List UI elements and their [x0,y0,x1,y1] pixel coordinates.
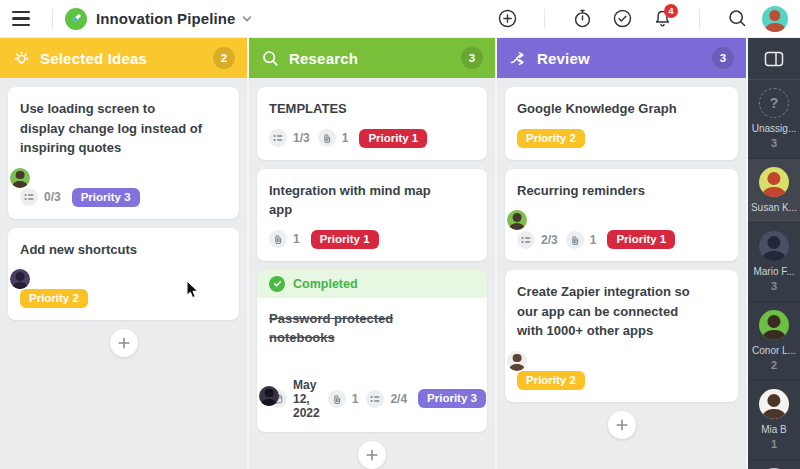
add-icon[interactable] [492,4,522,34]
topbar-divider [544,9,545,29]
checklist-icon [366,390,384,408]
card-meta: Priority 2 [517,371,726,390]
card-title: Add new shortcuts [20,240,227,260]
add-card-button[interactable] [608,411,636,439]
search-icon [261,49,280,68]
add-card-button[interactable] [358,441,386,469]
chevron-down-icon [242,14,252,24]
menu-icon[interactable] [12,5,40,33]
attachment-count: 1 [293,232,300,246]
check-circle-icon [269,276,285,292]
user-avatar[interactable] [762,6,788,32]
member-raphael[interactable]: Raphael... [748,460,800,469]
card[interactable]: Integration with mind map app 1 Priority… [257,169,487,261]
member-name: Mia B [750,424,798,435]
card-completed[interactable]: Completed Password protected notebooks M… [257,270,487,432]
completed-banner: Completed [257,270,487,298]
notifications-bell-icon[interactable]: 4 [647,4,677,34]
panel-toggle-icon[interactable] [748,38,800,80]
attachment-icon [328,390,346,408]
column-count-badge: 3 [712,47,734,69]
member-mia[interactable]: Mia B 1 [748,381,800,460]
topbar: Innovation Pipeline 4 [0,0,800,38]
kanban-board: Selected Ideas 2 Use loading screen to d… [0,38,800,469]
unassigned-avatar-icon: ? [759,88,789,118]
column-body: TEMPLATES 1/3 1 Priority 1 Inte [249,78,495,469]
member-name: Mario F... [750,266,798,277]
member-name: Susan K... [750,202,798,213]
card[interactable]: Recurring reminders 2/3 1 Priority 1 [505,169,738,262]
column-body: Google Knowledge Graph Priority 2 Recurr… [497,78,746,469]
column-header-review[interactable]: Review 3 [497,38,746,78]
assignee-avatar[interactable] [507,351,527,371]
member-mario[interactable]: Mario F... 3 [748,223,800,302]
priority-badge: Priority 1 [607,230,675,249]
board-title: Innovation Pipeline [96,10,235,27]
member-card-count: 3 [750,137,798,149]
assignee-avatar[interactable] [10,168,30,188]
card[interactable]: Create Zapier integration so our app can… [505,270,738,402]
attachment-icon [269,230,287,248]
assignee-avatar[interactable] [10,269,30,289]
members-sidebar: ? Unassig... 3 Susan K... Mario F... 3 C… [748,38,800,469]
add-card-button[interactable] [110,329,138,357]
member-susan[interactable]: Susan K... [748,159,800,223]
attachment-count: 1 [590,233,597,247]
card[interactable]: Google Knowledge Graph Priority 2 [505,87,738,160]
member-name: Unassig... [750,123,798,134]
column-count-badge: 2 [213,47,235,69]
card-title: Use loading screen to display change log… [20,99,227,158]
completed-label: Completed [293,277,358,291]
column-header-research[interactable]: Research 3 [249,38,495,78]
member-card-count: 3 [750,280,798,292]
attachment-count: 1 [342,131,349,145]
column-title: Research [289,50,358,67]
member-card-count: 1 [750,438,798,450]
card[interactable]: Use loading screen to display change log… [8,87,239,219]
topbar-divider [52,9,53,29]
priority-badge: Priority 1 [359,129,427,148]
priority-badge: Priority 2 [20,289,88,308]
member-name: Conor L... [750,345,798,356]
due-date: May 12, 2022 [293,378,320,420]
column-header-selected-ideas[interactable]: Selected Ideas 2 [0,38,247,78]
priority-badge: Priority 1 [311,230,379,249]
split-arrows-icon [509,49,528,68]
app-window: Innovation Pipeline 4 [0,0,800,469]
tasks-check-icon[interactable] [607,4,637,34]
member-conor[interactable]: Conor L... 2 [748,302,800,381]
board-switcher[interactable]: Innovation Pipeline [96,10,252,27]
card-meta: 0/3 Priority 3 [20,188,227,207]
checklist-count: 0/3 [44,190,61,204]
checklist-count: 2/4 [390,392,407,406]
attachment-icon [566,231,584,249]
member-card-count: 2 [750,359,798,371]
column-title: Selected Ideas [40,50,147,67]
search-icon[interactable] [722,4,752,34]
lightbulb-icon [12,49,31,68]
card[interactable]: TEMPLATES 1/3 1 Priority 1 [257,87,487,160]
card-title: Create Zapier integration so our app can… [517,282,726,341]
checklist-icon [269,129,287,147]
card[interactable]: Add new shortcuts Priority 2 [8,228,239,321]
card-title: Google Knowledge Graph [517,99,726,119]
member-avatar [759,389,789,419]
assignee-avatar[interactable] [259,386,279,406]
checklist-icon [517,231,535,249]
notification-badge: 4 [664,4,678,18]
priority-badge: Priority 3 [72,188,140,207]
app-logo-icon[interactable] [65,8,87,30]
topbar-actions: 4 [492,4,788,34]
checklist-count: 2/3 [541,233,558,247]
checklist-count: 1/3 [293,131,310,145]
assignee-avatar[interactable] [507,210,527,230]
card-meta: 2/3 1 Priority 1 [517,230,726,249]
card-meta: 1/3 1 Priority 1 [269,129,475,148]
topbar-divider [699,9,700,29]
priority-badge: Priority 2 [517,129,585,148]
member-unassigned[interactable]: ? Unassig... 3 [748,80,800,159]
card-meta: Priority 2 [20,289,227,308]
card-title: TEMPLATES [269,99,475,119]
timer-icon[interactable] [567,4,597,34]
priority-badge: Priority 2 [517,371,585,390]
